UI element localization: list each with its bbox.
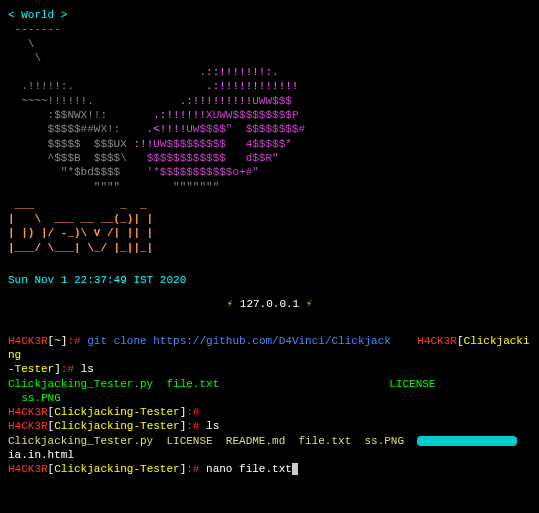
- cmd-nano[interactable]: H4CK3R[Clickjacking-Tester]:# nano file.…: [8, 462, 531, 476]
- prompt-empty-1: H4CK3R[Clickjacking-Tester]:#: [8, 405, 531, 419]
- ip-line: ⚡ 127.0.0.1 ⚡: [8, 297, 531, 311]
- world-header: < World >: [8, 8, 531, 22]
- highlight-marker: [417, 436, 517, 446]
- ls-output-ss: ss.PNG: [8, 391, 531, 405]
- cmd-git-clone: H4CK3R[~]:# git clone https://github.com…: [8, 334, 531, 363]
- ascii-art: ------- \ \ .::!!!!!!!:. .!!!!!:. .:!!!!…: [8, 22, 531, 194]
- ls-output-2: Clickjacking_Tester.py LICENSE README.md…: [8, 434, 531, 448]
- devil-logo: ___ _ _ | \ ___ __ __(_)| | | |) |/ -_)\…: [8, 198, 531, 255]
- ip-address: 127.0.0.1: [240, 298, 299, 310]
- bolt-icon: ⚡: [306, 298, 313, 310]
- datetime: Sun Nov 1 22:37:49 IST 2020: [8, 273, 531, 287]
- terminal-commands[interactable]: H4CK3R[~]:# git clone https://github.com…: [8, 334, 531, 477]
- ls-output-1: Clickjacking_Tester.py file.txtLICENSE: [8, 377, 531, 391]
- ls-output-ia: ia.in.html: [8, 448, 531, 462]
- cmd-ls-2: H4CK3R[Clickjacking-Tester]:# ls: [8, 419, 531, 433]
- bolt-icon: ⚡: [227, 298, 234, 310]
- cmd-ls: -Tester]:# ls: [8, 362, 531, 376]
- cursor: [292, 463, 298, 475]
